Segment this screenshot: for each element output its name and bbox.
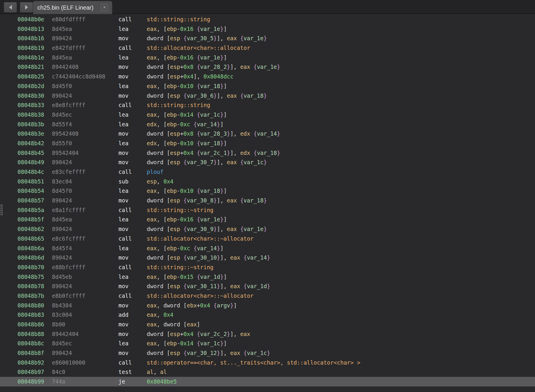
operand-token: var_30_7 (187, 159, 214, 165)
disasm-row[interactable]: 08048b3e89542408movdword [esp+0x8 {var_2… (0, 129, 535, 139)
disasm-row[interactable]: 08048b6d890424movdword [esp {var_30_10}]… (0, 253, 535, 262)
mnemonic: call (118, 291, 147, 301)
operand-token: - (177, 188, 180, 194)
disasm-row[interactable]: 08048b428d55f0leaedx, [ebp-0x10 {var_18}… (0, 139, 535, 148)
splitter-handle-icon[interactable] (0, 204, 3, 215)
operand-token: eax (147, 54, 157, 61)
operand-token (193, 140, 197, 146)
disasm-row[interactable]: 08048b30890424movdword [esp {var_30_6}],… (0, 91, 535, 101)
disasm-row[interactable]: 08048b758d45ebleaeax, [ebp-0x15 {var_1d}… (0, 272, 535, 282)
operand-token: esp (170, 197, 180, 204)
operand-token: } (217, 350, 220, 356)
opcode-bytes: e80dfdffff (52, 15, 118, 24)
disasm-row[interactable]: 08048b388d45ecleaeax, [ebp-0x14 {var_1c}… (0, 110, 535, 120)
operand-token (193, 331, 197, 337)
mnemonic: add (118, 310, 147, 320)
operand-token (193, 150, 197, 156)
disasm-row[interactable]: 08048b8889442404movdword [esp+0x4 {var_2… (0, 329, 535, 339)
operand-token: ] (197, 321, 200, 328)
disasm-row[interactable]: 08048b16890424movdword [esp {var_30_5}],… (0, 34, 535, 43)
disasm-row[interactable]: 08048b2d8d45f0leaeax, [ebp-0x10 {var_18}… (0, 81, 535, 91)
operand-token: dword [ (147, 150, 170, 156)
disasm-row[interactable]: 08048b7be8b0fcffffcallstd::allocator<cha… (0, 291, 535, 301)
disasm-row[interactable]: 08048b25c7442404cc8d0408movdword [esp+0x… (0, 72, 535, 81)
disasm-row[interactable]: 08048b62890424movdword [esp {var_30_9}],… (0, 224, 535, 234)
disasm-row[interactable]: 08048b138d45ealeaeax, [ebp-0x16 {var_1e}… (0, 24, 535, 34)
address: 08048b3b (18, 120, 52, 129)
disasm-row[interactable]: 08048b70e88bfcffffcallstd::string::~stri… (0, 262, 535, 272)
operand-token: std::allocator<char>::~allocator (147, 235, 253, 242)
disasm-row[interactable]: 08048b9784c0testal, al (0, 367, 535, 377)
operand-token (210, 302, 213, 309)
disasm-row[interactable]: 08048b548d45f0leaeax, [ebp-0x10 {var_18}… (0, 186, 535, 196)
operand-token: eax (147, 216, 157, 223)
disasm-row[interactable]: 08048b92e860010000callstd::operator==<ch… (0, 358, 535, 368)
disasm-row[interactable]: 08048b0ee80dfdffffcallstd::string::strin… (0, 15, 535, 24)
disasm-row[interactable]: 08048b6a8d45f4leaeax, [ebp-0xc {var_14}] (0, 244, 535, 253)
tab-close-icon[interactable]: ✕ (101, 4, 108, 11)
tab-bar: ch25.bin (ELF Linear) ✕ (0, 0, 535, 14)
operand-token: } (214, 226, 217, 232)
operand-token: esp (170, 73, 180, 80)
operand-token: ebp (167, 26, 177, 32)
disasm-row[interactable]: 08048b1e8d45ealeaeax, [ebp-0x16 {var_1e}… (0, 53, 535, 62)
disasm-row[interactable]: 08048b78890424movdword [esp {var_30_11}]… (0, 281, 535, 291)
address: 08048b92 (18, 358, 52, 368)
disasm-row[interactable]: 08048b2189442408movdword [esp+0x8 {var_2… (0, 62, 535, 72)
disasm-row[interactable]: 08048b4ce83cfeffffcallplouf (0, 167, 535, 177)
linear-disassembly-view[interactable]: 08048b0ee80dfdffffcallstd::string::strin… (0, 15, 535, 392)
disasm-row[interactable]: 08048b4589542404movdword [esp+0x4 {var_2… (0, 148, 535, 158)
operand-token: var_1e (200, 54, 220, 61)
mnemonic: call (118, 15, 147, 24)
operand-token (193, 83, 197, 89)
disasm-row[interactable]: 08048b5ae8a1fcffffcallstd::string::~stri… (0, 205, 535, 215)
address: 08048b19 (18, 43, 52, 53)
mnemonic: lea (118, 24, 147, 34)
disasm-row[interactable]: 08048b5f8d45ealeaeax, [ebp-0x16 {var_1e}… (0, 215, 535, 224)
operand-token: ebp (167, 54, 177, 61)
disasm-row[interactable]: 08048b49890424movdword [esp {var_30_7}],… (0, 158, 535, 167)
mnemonic: call (118, 262, 147, 272)
operands: eax, 0x4 (147, 310, 535, 320)
nav-forward-button[interactable] (20, 2, 33, 13)
operands: std::allocator<char>::~allocator (147, 291, 535, 301)
operand-token: - (177, 54, 180, 61)
disasm-row[interactable]: 08048b99744aje0x8048be5 (0, 377, 535, 386)
disasm-row[interactable]: 08048b808b4304moveax, dword [ebx+0x4 {ar… (0, 301, 535, 310)
opcode-bytes: 89542404 (52, 148, 118, 158)
nav-back-button[interactable] (4, 2, 17, 13)
address: 08048b54 (18, 186, 52, 196)
disasm-row[interactable]: 08048b57890424movdword [esp {var_30_8}],… (0, 196, 535, 205)
disasm-row[interactable]: 08048b3b8d55f4leaedx, [ebp-0xc {var_14}] (0, 120, 535, 129)
tab-ch25-bin[interactable]: ch25.bin (ELF Linear) ✕ (33, 1, 112, 14)
operands: dword [esp+0x8 {var_28_3}], edx {var_14} (147, 129, 535, 139)
opcode-bytes: 890424 (52, 158, 118, 167)
operand-token: var_1c (244, 159, 264, 165)
address: 08048b49 (18, 158, 52, 167)
address: 08048b99 (18, 377, 52, 386)
disasm-row[interactable]: 08048b868b00moveax, dword [eax] (0, 320, 535, 329)
operands: dword [esp {var_30_7}], eax {var_1c} (147, 158, 535, 167)
disasm-row[interactable]: 08048b65e8c6fcffffcallstd::allocator<cha… (0, 234, 535, 244)
operand-token: var_14 (197, 121, 217, 127)
operand-token: dword [ (147, 130, 170, 137)
disasm-row[interactable]: 08048b8c8d45ecleaeax, [ebp-0x14 {var_1c}… (0, 339, 535, 348)
operand-token: { (197, 274, 200, 280)
operand-token: var_1c (200, 111, 220, 118)
disasm-row[interactable]: 08048b19e842fdffffcallstd::allocator<cha… (0, 43, 535, 53)
operand-token: } (217, 121, 220, 127)
operands: dword [esp+0x8 {var_28_2}], eax {var_1e} (147, 62, 535, 72)
disasm-row[interactable]: 08048b8f890424movdword [esp {var_30_12}]… (0, 348, 535, 358)
operand-token: esp (170, 350, 180, 356)
disasm-row[interactable]: 08048b33e8e8fcffffcallstd::string::strin… (0, 100, 535, 110)
address: 08048b38 (18, 110, 52, 120)
disasm-row[interactable]: 08048b8383c004addeax, 0x4 (0, 310, 535, 320)
operand-token: { (197, 64, 200, 70)
operand-token: ], (230, 150, 240, 156)
operand-token: eax (230, 254, 240, 261)
operand-token: eax (147, 245, 157, 251)
disasm-row[interactable]: 08048b5183ec04subesp, 0x4 (0, 177, 535, 186)
operands: std::allocator<char>::~allocator (147, 234, 535, 244)
operands: 0x8048be5 (147, 377, 535, 386)
operands: eax, [ebp-0xc {var_14}] (147, 244, 535, 253)
